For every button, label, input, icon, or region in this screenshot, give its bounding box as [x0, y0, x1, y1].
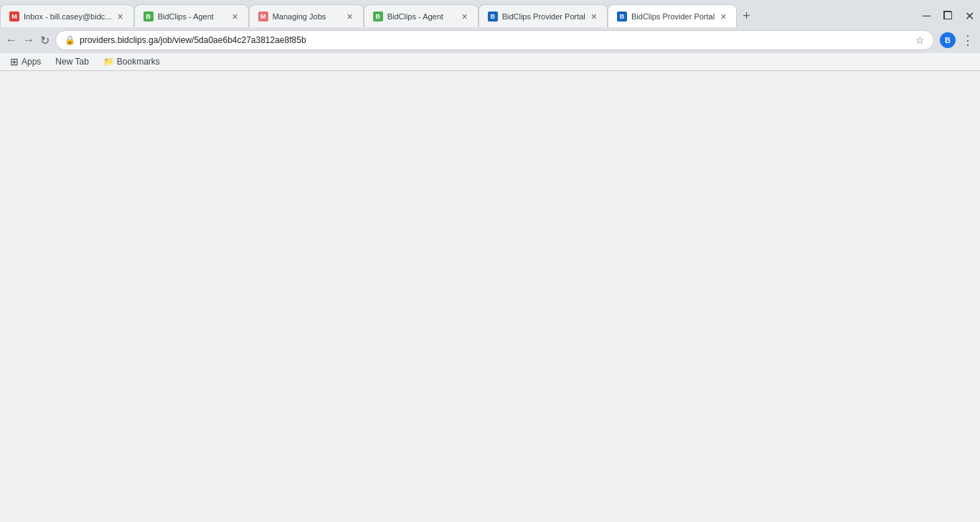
- address-text: providers.bidclips.ga/job/view/5da0ae6b4…: [80, 35, 911, 45]
- tab-close-bidclips1[interactable]: ×: [230, 9, 239, 24]
- tab-close-provider1[interactable]: ×: [590, 9, 598, 24]
- tab-provider1[interactable]: B BidClips Provider Portal ×: [479, 4, 608, 27]
- apps-grid-icon: ⊞: [10, 56, 19, 67]
- maximize-button[interactable]: ⧠: [942, 9, 953, 22]
- tab-close-provider2[interactable]: ×: [719, 9, 727, 24]
- window-controls: ─ ⧠ ✕: [923, 9, 980, 23]
- minimize-button[interactable]: ─: [923, 9, 930, 22]
- tab-label-managing-jobs: Managing Jobs: [273, 12, 341, 21]
- browser-menu-button[interactable]: ⋮: [961, 32, 974, 48]
- address-bar[interactable]: 🔒 providers.bidclips.ga/job/view/5da0ae6…: [55, 30, 934, 50]
- apps-bookmark[interactable]: ⊞ Apps: [6, 54, 45, 69]
- close-button[interactable]: ✕: [965, 9, 974, 23]
- tab-label-bidclips1: BidClips - Agent: [158, 12, 227, 21]
- tab-close-gmail[interactable]: ×: [116, 9, 124, 24]
- lock-icon: 🔒: [65, 35, 75, 45]
- back-button[interactable]: ←: [6, 34, 17, 47]
- bookmarks-folder[interactable]: 📁 Bookmarks: [99, 55, 164, 68]
- refresh-button[interactable]: ↻: [40, 34, 50, 47]
- browser-chrome: M Inbox - bill.casey@bidc... × B BidClip…: [0, 0, 980, 71]
- tab-close-bidclips2[interactable]: ×: [460, 9, 468, 24]
- profile-avatar[interactable]: B: [940, 32, 956, 48]
- tab-label-gmail: Inbox - bill.casey@bidc...: [24, 12, 111, 21]
- tab-provider2[interactable]: B BidClips Provider Portal ×: [608, 4, 737, 27]
- bookmark-star-icon[interactable]: ☆: [915, 34, 925, 46]
- tab-bar: M Inbox - bill.casey@bidc... × B BidClip…: [0, 0, 980, 27]
- tab-label-provider1: BidClips Provider Portal: [502, 12, 585, 21]
- bookmarks-bar: ⊞ Apps New Tab 📁 Bookmarks: [0, 53, 980, 71]
- new-tab-label: New Tab: [55, 57, 88, 67]
- tab-label-provider2: BidClips Provider Portal: [631, 12, 715, 21]
- tab-managing-jobs[interactable]: M Managing Jobs ×: [249, 4, 364, 27]
- tab-gmail[interactable]: M Inbox - bill.casey@bidc... ×: [0, 4, 134, 27]
- apps-label: Apps: [22, 57, 41, 67]
- tab-bidclips1[interactable]: B BidClips - Agent ×: [134, 4, 249, 27]
- bookmarks-label: Bookmarks: [117, 57, 160, 67]
- app-container: [0, 71, 980, 522]
- tab-close-managing[interactable]: ×: [345, 9, 354, 24]
- folder-icon: 📁: [103, 57, 114, 67]
- tab-bidclips2[interactable]: B BidClips - Agent ×: [364, 4, 479, 27]
- new-tab-bookmark[interactable]: New Tab: [51, 55, 93, 68]
- forward-button[interactable]: →: [23, 34, 34, 47]
- new-tab-button[interactable]: +: [737, 9, 756, 24]
- address-bar-row: ← → ↻ 🔒 providers.bidclips.ga/job/view/5…: [0, 27, 980, 53]
- tab-label-bidclips2: BidClips - Agent: [387, 12, 456, 21]
